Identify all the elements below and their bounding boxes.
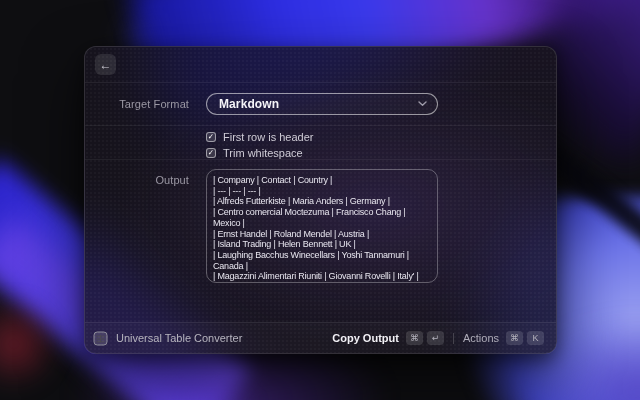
wallpaper-blob xyxy=(0,296,62,392)
target-format-value: Markdown xyxy=(219,97,279,111)
actions-label: Actions xyxy=(463,332,499,344)
check-icon: ✓ xyxy=(208,133,214,141)
checkbox-trim-whitespace[interactable]: ✓ Trim whitespace xyxy=(206,147,556,159)
app-name: Universal Table Converter xyxy=(116,332,242,344)
actions-menu-button[interactable]: Actions ⌘ K xyxy=(463,331,544,345)
return-keycap: ↵ xyxy=(427,331,444,345)
checkbox-checked-icon: ✓ xyxy=(206,148,216,158)
checkbox-section: ✓ First row is header ✓ Trim whitespace xyxy=(85,126,556,160)
check-icon: ✓ xyxy=(208,149,214,157)
checkbox-label: First row is header xyxy=(223,131,313,143)
copy-output-action[interactable]: Copy Output ⌘ ↵ xyxy=(332,331,444,345)
cmd-keycap: ⌘ xyxy=(406,331,423,345)
output-textarea[interactable]: | Company | Contact | Country | | --- | … xyxy=(206,169,438,283)
cmd-keycap: ⌘ xyxy=(506,331,523,345)
output-label: Output xyxy=(85,169,206,186)
back-button[interactable]: ← xyxy=(95,54,116,75)
app-window: ← Target Format Markdown ✓ First row is … xyxy=(84,46,557,354)
checkbox-checked-icon: ✓ xyxy=(206,132,216,142)
footer-bar: Universal Table Converter Copy Output ⌘ … xyxy=(85,322,556,353)
target-format-select[interactable]: Markdown xyxy=(206,93,438,115)
target-format-row: Target Format Markdown xyxy=(85,83,556,126)
window-header: ← xyxy=(85,47,556,83)
table-icon xyxy=(93,331,108,346)
back-arrow-icon: ← xyxy=(100,59,112,71)
k-keycap: K xyxy=(527,331,544,345)
checkbox-label: Trim whitespace xyxy=(223,147,303,159)
target-format-label: Target Format xyxy=(85,98,206,110)
output-row: Output | Company | Contact | Country | |… xyxy=(85,160,556,322)
copy-output-label: Copy Output xyxy=(332,332,399,344)
chevron-down-icon xyxy=(418,101,427,107)
checkbox-first-row-is-header[interactable]: ✓ First row is header xyxy=(206,131,556,143)
footer-divider xyxy=(453,333,454,344)
